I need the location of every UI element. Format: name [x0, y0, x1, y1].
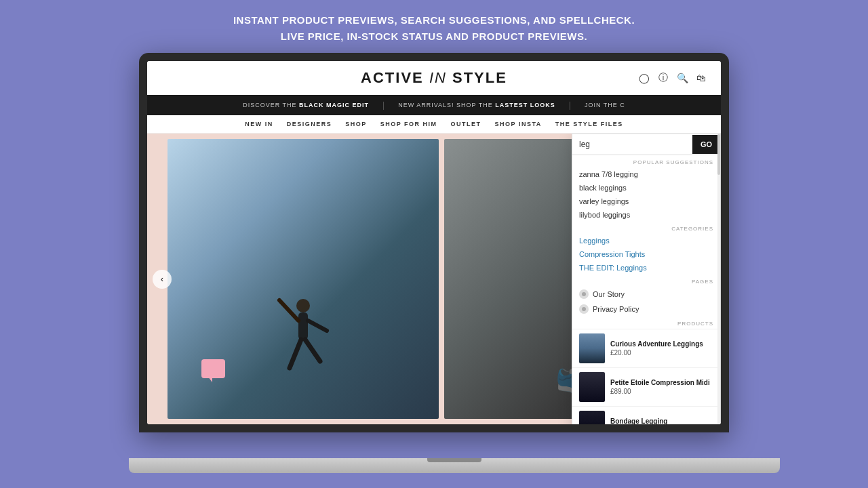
suggestion-4[interactable]: lilybod leggings	[572, 208, 720, 222]
product-3[interactable]: Bondage Legging £65.00	[572, 406, 720, 424]
category-the-edit[interactable]: THE EDIT: Leggings	[572, 261, 720, 274]
user-icon[interactable]: ◯	[638, 72, 650, 84]
product-1[interactable]: Curious Adventure Leggings £20.00	[572, 329, 720, 367]
laptop-body: ACTIVE IN STYLE ◯ ⓘ 🔍 🛍 DISCOVER THE BLA…	[139, 53, 729, 432]
site-logo: ACTIVE IN STYLE	[361, 69, 507, 87]
headline-line1: INSTANT PRODUCT PREVIEWS, SEARCH SUGGEST…	[233, 12, 635, 28]
search-input[interactable]	[572, 134, 692, 155]
products-label: PRODUCTS	[572, 317, 720, 329]
pages-label: PAGES	[572, 274, 720, 287]
nav-designers[interactable]: DESIGNERS	[287, 121, 332, 127]
content-area: ‹	[147, 134, 721, 424]
prev-arrow[interactable]: ‹	[153, 270, 172, 289]
main-nav: NEW IN DESIGNERS SHOP SHOP FOR HIM OUTLE…	[147, 115, 721, 134]
product-info-1: Curious Adventure Leggings £20.00	[610, 340, 713, 357]
nav-shop-for-him[interactable]: SHOP FOR HIM	[380, 121, 437, 127]
help-icon[interactable]: ⓘ	[657, 72, 669, 84]
page-our-story[interactable]: Our Story	[572, 287, 720, 302]
nav-style-files[interactable]: THE STYLE FILES	[555, 121, 623, 127]
headline: INSTANT PRODUCT PREVIEWS, SEARCH SUGGEST…	[233, 0, 635, 53]
suggestion-1[interactable]: zanna 7/8 legging	[572, 167, 720, 181]
scroll-track	[717, 134, 720, 424]
headline-line2: LIVE PRICE, IN-STOCK STATUS AND PRODUCT …	[233, 28, 635, 45]
product-name-2: Petite Etoile Compression Midi	[610, 379, 713, 386]
category-leggings[interactable]: Leggings	[572, 234, 720, 247]
svg-point-0	[296, 299, 310, 312]
page-privacy[interactable]: Privacy Policy	[572, 302, 720, 317]
suggestion-3[interactable]: varley leggings	[572, 195, 720, 208]
product-thumb-1	[579, 333, 605, 363]
product-thumb-2	[579, 372, 605, 402]
bag-icon[interactable]: 🛍	[695, 72, 707, 84]
header-icons: ◯ ⓘ 🔍 🛍	[638, 72, 707, 84]
search-icon[interactable]: 🔍	[676, 72, 688, 84]
suggestion-2[interactable]: black leggings	[572, 181, 720, 195]
svg-rect-1	[298, 312, 308, 340]
suggestions-label: POPULAR SUGGESTIONS	[572, 155, 720, 167]
promo-item-1: DISCOVER THE BLACK MAGIC EDIT	[229, 102, 382, 108]
chat-bubble	[201, 359, 225, 378]
product-info-2: Petite Etoile Compression Midi £89.00	[610, 379, 713, 395]
laptop-device: ACTIVE IN STYLE ◯ ⓘ 🔍 🛍 DISCOVER THE BLA…	[129, 53, 739, 473]
search-go-button[interactable]: GO	[692, 135, 720, 154]
laptop-screen: ACTIVE IN STYLE ◯ ⓘ 🔍 🛍 DISCOVER THE BLA…	[147, 61, 721, 424]
product-price-2: £89.00	[610, 388, 713, 395]
search-dropdown: GO POPULAR SUGGESTIONS zanna 7/8 legging…	[572, 134, 721, 424]
product-name-1: Curious Adventure Leggings	[610, 340, 713, 348]
promo-bar: DISCOVER THE BLACK MAGIC EDIT | NEW ARRI…	[147, 95, 721, 115]
search-bar-row: GO	[572, 134, 720, 155]
product-name-3: Bondage Legging	[610, 418, 713, 424]
product-price-1: £20.00	[610, 349, 713, 357]
svg-line-3	[308, 321, 327, 331]
page-dot-1	[579, 289, 589, 299]
category-compression[interactable]: Compression Tights	[572, 247, 720, 261]
page-dot-2	[579, 304, 589, 314]
scroll-thumb[interactable]	[717, 134, 720, 175]
nav-shop[interactable]: SHOP	[345, 121, 367, 127]
categories-label: CATEGORIES	[572, 222, 720, 234]
nav-new-in[interactable]: NEW IN	[245, 121, 273, 127]
screen-content: ACTIVE IN STYLE ◯ ⓘ 🔍 🛍 DISCOVER THE BLA…	[147, 61, 721, 424]
product-info-3: Bondage Legging £65.00	[610, 418, 713, 424]
laptop-stand	[129, 458, 739, 473]
product-thumb-3	[579, 411, 605, 424]
product-2[interactable]: Petite Etoile Compression Midi £89.00	[572, 367, 720, 406]
hero-image-yoga	[167, 139, 439, 419]
promo-item-3: JOIN THE C	[571, 102, 639, 108]
promo-item-2: NEW ARRIVALS! SHOP THE LASTEST LOOKS	[384, 102, 569, 108]
nav-shop-insta[interactable]: SHOP INSTA	[495, 121, 542, 127]
svg-line-4	[290, 340, 301, 368]
yoga-figure-svg	[273, 293, 334, 415]
svg-line-2	[279, 300, 298, 321]
site-header: ACTIVE IN STYLE ◯ ⓘ 🔍 🛍	[147, 61, 721, 95]
nav-outlet[interactable]: OUTLET	[451, 121, 481, 127]
svg-line-5	[305, 340, 320, 361]
